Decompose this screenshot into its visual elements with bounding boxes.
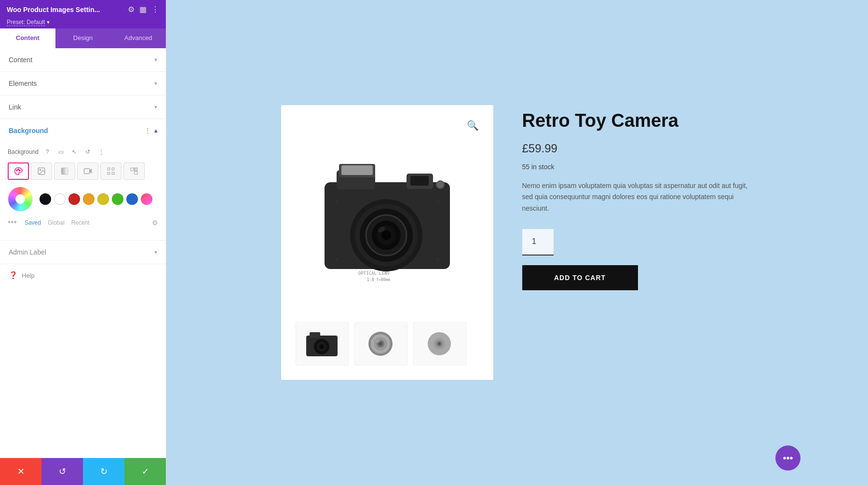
admin-label-section-header[interactable]: Admin Label ▾ [0, 241, 166, 264]
save-button[interactable]: ✓ [124, 458, 166, 485]
undo-icon: ↺ [59, 466, 66, 477]
background-label-row: Background ? ▭ ↖ ↺ ⋮ [8, 147, 158, 157]
swatch-white[interactable] [54, 193, 66, 205]
tab-content[interactable]: Content [0, 28, 55, 48]
pointer-icon-btn[interactable]: ↖ [69, 147, 79, 157]
device-icon-btn[interactable]: ▭ [56, 147, 66, 157]
color-tab-recent[interactable]: Recent [71, 219, 90, 226]
svg-point-2 [19, 170, 20, 171]
save-icon: ✓ [142, 466, 149, 477]
panel-scroll-area: Content ▾ Elements ▾ Link ▾ Background ⋮ [0, 48, 166, 485]
svg-text:1:8  f=80mm: 1:8 f=80mm [367, 278, 390, 282]
product-info: Retro Toy Camera £59.99 55 in stock Nemo… [522, 105, 754, 290]
floating-dots-icon: ••• [783, 453, 793, 464]
svg-point-30 [437, 259, 438, 260]
thumbnail-camera-icon [304, 328, 340, 360]
svg-point-23 [381, 230, 391, 240]
thumbnail-lens-icon [363, 328, 399, 360]
svg-point-0 [16, 170, 17, 171]
link-section: Link ▾ [0, 95, 166, 119]
undo-button[interactable]: ↺ [41, 458, 83, 485]
color-tab-saved[interactable]: Saved [25, 219, 41, 226]
svg-rect-33 [410, 176, 429, 186]
reset-icon-btn[interactable]: ↺ [83, 147, 93, 157]
help-row[interactable]: ❓ Help [0, 264, 166, 286]
svg-rect-9 [112, 168, 114, 170]
elements-section: Elements ▾ [0, 72, 166, 95]
color-settings-gear[interactable]: ⚙ [152, 219, 158, 227]
bg-type-video[interactable] [77, 162, 98, 180]
swatch-black[interactable] [40, 193, 51, 205]
panel-header: Woo Product Images Settin... ⚙ ▦ ⋮ [0, 0, 166, 18]
layout-icon[interactable]: ▦ [139, 5, 147, 14]
svg-rect-15 [341, 165, 373, 175]
svg-point-32 [437, 182, 443, 188]
add-to-cart-button[interactable]: ADD TO CART [522, 265, 638, 290]
content-section-header[interactable]: Content ▾ [0, 48, 166, 71]
background-sub-label: Background [8, 148, 39, 155]
svg-point-27 [336, 201, 337, 202]
svg-rect-10 [108, 172, 110, 175]
settings-panel: Woo Product Images Settin... ⚙ ▦ ⋮ Prese… [0, 0, 166, 485]
admin-label-section: Admin Label ▾ [0, 241, 166, 264]
thumbnail-1[interactable] [296, 322, 349, 365]
swatch-red[interactable] [68, 193, 80, 205]
bg-type-mask[interactable] [123, 162, 145, 180]
background-section-header[interactable]: Background ⋮ ▴ [0, 119, 166, 142]
product-title: Retro Toy Camera [522, 110, 754, 132]
background-more-icon[interactable]: ⋮ [145, 127, 150, 134]
color-wheel[interactable] [8, 187, 33, 212]
admin-label-section-label: Admin Label [9, 248, 46, 256]
swatch-yellow[interactable] [97, 193, 109, 205]
link-section-label: Link [9, 103, 21, 111]
elements-section-header[interactable]: Elements ▾ [0, 72, 166, 95]
more-dots-icon[interactable]: ••• [8, 217, 17, 228]
product-container: 🔍 [252, 95, 783, 390]
background-section: Background ⋮ ▴ Background ? ▭ ↖ ↺ ⋮ [0, 119, 166, 241]
svg-rect-6 [84, 169, 90, 174]
redo-button[interactable]: ↻ [83, 458, 124, 485]
swatch-orange[interactable] [83, 193, 95, 205]
bg-type-gradient[interactable] [54, 162, 75, 180]
help-icon-btn[interactable]: ? [42, 147, 52, 157]
bg-type-image[interactable] [31, 162, 52, 180]
swatch-blue[interactable] [126, 193, 138, 205]
options-icon-btn[interactable]: ⋮ [96, 147, 106, 157]
swatch-green[interactable] [112, 193, 123, 205]
background-chevron: ▴ [154, 127, 157, 134]
tab-design[interactable]: Design [55, 28, 111, 48]
svg-rect-11 [112, 172, 114, 175]
svg-rect-5 [61, 168, 68, 175]
floating-action-button[interactable]: ••• [775, 445, 800, 471]
svg-point-4 [40, 169, 41, 170]
link-section-header[interactable]: Link ▾ [0, 95, 166, 119]
bg-type-color[interactable] [8, 162, 29, 180]
bottom-bar: ✕ ↺ ↻ ✓ [0, 458, 166, 485]
help-circle-icon: ❓ [9, 271, 18, 280]
settings-icon[interactable]: ⚙ [128, 5, 135, 14]
quantity-input[interactable] [522, 229, 554, 256]
product-stock: 55 in stock [522, 163, 754, 171]
svg-rect-8 [108, 168, 110, 170]
preset-selector[interactable]: Preset: Default ▾ [0, 18, 166, 28]
admin-label-chevron: ▾ [154, 249, 157, 256]
swatch-gradient[interactable] [141, 193, 152, 205]
background-type-row [8, 162, 158, 180]
zoom-icon[interactable]: 🔍 [467, 120, 479, 131]
thumbnail-3[interactable] [413, 322, 466, 365]
svg-point-38 [319, 344, 324, 349]
product-price: £59.99 [522, 142, 754, 155]
tab-advanced[interactable]: Advanced [110, 28, 166, 48]
color-swatches [40, 193, 152, 205]
help-label: Help [22, 272, 35, 279]
more-icon[interactable]: ⋮ [151, 5, 159, 14]
thumbnail-2[interactable] [354, 322, 407, 365]
color-picker-area: ••• Saved Global Recent ⚙ [8, 187, 158, 228]
color-tab-global[interactable]: Global [48, 219, 65, 226]
content-section-label: Content [9, 56, 32, 64]
bg-type-pattern[interactable] [100, 162, 122, 180]
svg-point-49 [438, 342, 441, 345]
thumbnail-lens-2-icon [421, 328, 458, 360]
close-button[interactable]: ✕ [0, 458, 41, 485]
product-thumbnails [296, 317, 479, 365]
